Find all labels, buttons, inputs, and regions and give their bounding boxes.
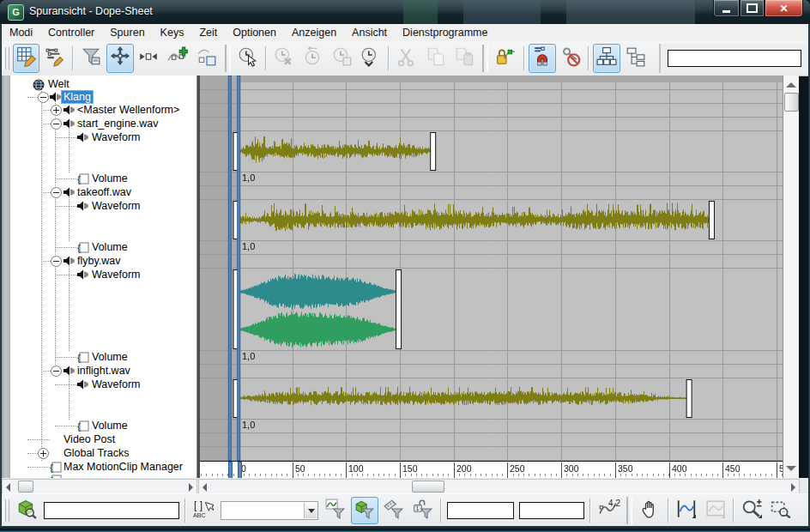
tree-item-label[interactable]: Klang [62, 91, 93, 103]
zoom-selected-object-button[interactable] [13, 497, 40, 524]
filter-animated-tracks-button[interactable] [322, 497, 349, 524]
tree-connector-line [55, 206, 77, 207]
collapse-toggle-icon[interactable] [51, 256, 62, 267]
menu-spuren[interactable]: Spuren [102, 25, 152, 40]
menu-dienstprogramme[interactable]: Dienstprogramme [395, 25, 495, 40]
add-keys-button[interactable] [164, 44, 191, 73]
tree-item-label[interactable]: Volume [90, 172, 130, 184]
pane-horizontal-scrollbar[interactable] [198, 479, 800, 494]
select-time-button[interactable] [235, 44, 263, 73]
copy-time-button[interactable] [422, 44, 450, 73]
collapse-toggle-icon[interactable] [51, 118, 62, 130]
collapse-toggle-icon[interactable] [51, 366, 62, 377]
show-keyable-icons-button[interactable] [558, 44, 585, 73]
tree-item-label[interactable]: Waveform [90, 200, 142, 212]
waveform-canvas[interactable] [200, 76, 783, 461]
tree-item-label[interactable]: start_engine.wav [76, 118, 160, 130]
track-set-combo[interactable] [221, 501, 318, 520]
tree-item-label[interactable]: Video Post [62, 433, 117, 445]
trackview-window: G Spuransicht - Dope-Sheet ✕ ModiControl… [0, 0, 810, 532]
tree-item-label[interactable]: Volume [90, 241, 130, 253]
zoom-horizontal-extents-button[interactable] [673, 497, 700, 524]
chevron-down-icon[interactable] [304, 503, 317, 518]
tree-item-label[interactable]: inflight.wav [76, 365, 132, 377]
zoom-region-button[interactable] [767, 497, 795, 524]
filter-button[interactable] [77, 44, 105, 73]
tree-item-label[interactable]: Waveform [90, 269, 142, 281]
zoom-button[interactable] [738, 497, 765, 524]
draw-curves-button[interactable] [193, 44, 221, 73]
dope-sheet-pane[interactable]: 1,01,01,01,0 [200, 76, 783, 461]
tree-item-label[interactable]: takeoff.wav [76, 186, 133, 198]
filter-selected-objects-button[interactable] [351, 497, 378, 524]
tree-item-label[interactable]: flyby.wav [76, 255, 122, 267]
select-name-input[interactable] [44, 502, 179, 519]
reverse-time-button[interactable] [299, 44, 327, 73]
expand-toggle-icon[interactable] [38, 448, 49, 459]
menu-controller[interactable]: Controller [40, 25, 102, 40]
maximize-button[interactable] [740, 0, 765, 17]
scale-time-button[interactable] [329, 44, 356, 73]
track-name-field[interactable] [668, 50, 801, 67]
zoom-value-extents-button[interactable] [702, 497, 729, 524]
time-slider-line[interactable] [228, 462, 233, 479]
tree-item-label[interactable]: Volume [90, 420, 130, 432]
edit-ranges-button[interactable] [41, 44, 69, 73]
scroll-down-arrow-icon[interactable] [786, 466, 796, 471]
title-bar[interactable]: G Spuransicht - Dope-Sheet ✕ [0, 0, 810, 24]
menu-optionen[interactable]: Optionen [225, 25, 284, 40]
menu-modi[interactable]: Modi [2, 25, 40, 40]
tree-item-label[interactable]: <Master Wellenform> [76, 104, 181, 116]
tree-item-label[interactable]: Volume [90, 351, 130, 363]
slide-keys-button[interactable] [136, 44, 163, 73]
snap-frames-button[interactable] [529, 44, 556, 73]
toolbar-grip[interactable] [3, 47, 9, 70]
hierarchy-view-button[interactable] [593, 44, 620, 73]
key-time-input[interactable] [447, 502, 514, 519]
edit-track-set-button[interactable]: [ ]ABC [190, 497, 217, 524]
menu-bar: ModiControllerSpurenKeysZeitOptionenAnze… [2, 24, 808, 42]
show-key-stats-button[interactable]: 4.2 [595, 497, 622, 524]
minimize-button[interactable] [713, 0, 740, 17]
tree-item-label[interactable]: Max MotionClip Manager [62, 461, 184, 473]
lock-selection-button[interactable] [493, 44, 520, 73]
menu-zeit[interactable]: Zeit [191, 25, 225, 40]
menu-keys[interactable]: Keys [153, 25, 192, 40]
expand-toggle-icon[interactable] [51, 105, 62, 116]
toolbar-separator [589, 499, 591, 523]
edit-keys-button[interactable] [13, 44, 40, 73]
menu-ansicht[interactable]: Ansicht [344, 25, 395, 40]
move-keys-button[interactable] [106, 44, 134, 73]
cut-time-button[interactable] [393, 44, 420, 73]
pane-vertical-scrollbar[interactable] [783, 76, 799, 478]
time-ruler[interactable]: 0501001502002503003504004505 [200, 461, 783, 479]
scroll-left-arrow-icon[interactable] [6, 483, 10, 492]
pane-scroll-thumb[interactable] [412, 481, 444, 493]
tree-item-label[interactable]: Global Tracks [62, 447, 130, 459]
close-button[interactable]: ✕ [765, 0, 803, 17]
delete-time-button[interactable] [270, 44, 298, 73]
tree-item-label[interactable]: Welt [46, 78, 71, 90]
filter-keyable-tracks-button[interactable] [380, 497, 408, 524]
scroll-up-arrow-icon[interactable] [786, 82, 796, 88]
filter-unlocked-tracks-button[interactable]: 1 [409, 497, 437, 524]
key-value-input[interactable] [519, 502, 584, 519]
insert-time-button[interactable] [358, 44, 385, 73]
toolbar-grip[interactable] [3, 499, 9, 522]
tree-connector-line [69, 194, 70, 241]
scroll-right-arrow-icon[interactable] [189, 483, 193, 492]
collapse-toggle-icon[interactable] [38, 92, 49, 103]
scroll-left-arrow-icon[interactable] [202, 483, 207, 492]
pan-button[interactable] [637, 497, 664, 524]
paste-time-button[interactable] [451, 44, 479, 73]
menu-anzeigen[interactable]: Anzeigen [284, 25, 344, 40]
time-slider-line[interactable] [238, 462, 242, 479]
tree-horizontal-scrollbar[interactable] [2, 479, 197, 494]
scroll-right-arrow-icon[interactable] [791, 483, 795, 492]
tree-scroll-thumb[interactable] [18, 481, 33, 493]
collapse-toggle-icon[interactable] [51, 187, 62, 198]
tree-item-label[interactable]: Waveform [90, 378, 142, 390]
tree-view-button[interactable] [622, 44, 650, 73]
tree-item-label[interactable]: Waveform [90, 131, 142, 143]
vertical-scroll-thumb[interactable] [784, 93, 799, 112]
